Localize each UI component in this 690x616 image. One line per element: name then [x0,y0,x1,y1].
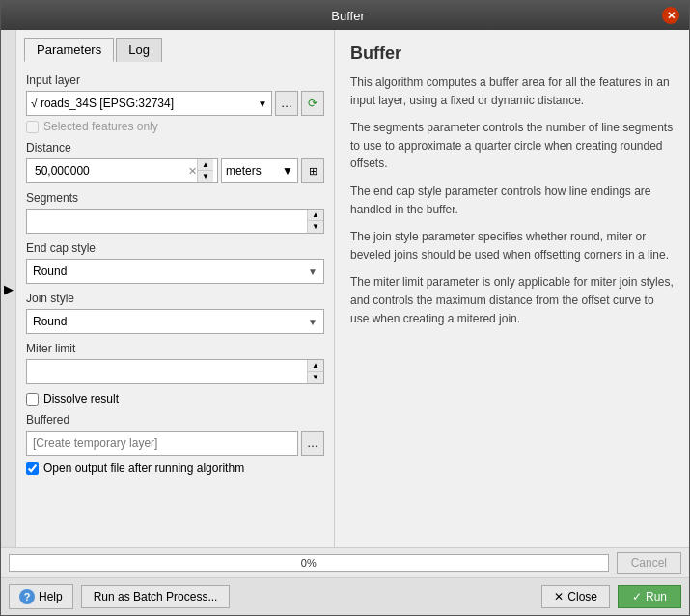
close-button[interactable]: ✕ Close [541,585,610,608]
selected-features-row: Selected features only [26,120,324,133]
open-output-row: Open output file after running algorithm [26,462,324,475]
unit-value: meters [226,164,262,178]
distance-spin-up[interactable]: ▲ [198,159,213,171]
title-bar: Buffer ✕ [1,1,689,30]
distance-input-container: ✕ ▲ ▼ [26,158,218,183]
dissolve-result-label: Dissolve result [43,392,119,406]
close-button-label: Close [567,590,597,603]
unit-select[interactable]: meters ▼ [221,158,298,183]
tab-parameters[interactable]: Parameters [24,38,114,62]
join-style-arrow-icon: ▼ [308,317,317,327]
progress-label: 0% [301,557,317,569]
miter-limit-spin-up[interactable]: ▲ [308,360,323,372]
distance-input[interactable] [31,162,188,180]
end-cap-style-dropdown[interactable]: Round ▼ [26,259,324,284]
buffered-input[interactable] [26,431,298,456]
tab-log[interactable]: Log [116,38,162,62]
input-layer-select[interactable]: √ roads_34S [EPSG:32734] ▼ [26,91,272,116]
miter-limit-label: Miter limit [26,342,324,355]
segments-spin-down[interactable]: ▼ [308,221,323,233]
segments-spinbox-arrows: ▲ ▼ [307,210,323,233]
content-area: ▶ Parameters Log Input layer √ roads_34S… [1,30,689,547]
miter-limit-arrows: ▲ ▼ [307,360,323,383]
distance-spinbox-arrows: ▲ ▼ [197,159,213,182]
help-paragraph-1: This algorithm computes a buffer area fo… [350,73,674,109]
help-icon: ? [19,589,35,604]
segments-spin-up[interactable]: ▲ [308,210,323,221]
help-button-label: Help [39,590,63,603]
window-close-button[interactable]: ✕ [662,7,679,24]
layer-select-arrow-icon: ▼ [258,98,267,109]
parameters-panel: Input layer √ roads_34S [EPSG:32734] ▼ …… [16,62,334,547]
distance-expression-button[interactable]: ⊞ [301,158,324,183]
help-button[interactable]: ? Help [9,584,73,609]
distance-row: ✕ ▲ ▼ meters ▼ ⊞ [26,158,324,183]
distance-spin-down[interactable]: ▼ [198,171,213,182]
selected-features-checkbox[interactable] [26,121,39,133]
tab-bar: Parameters Log [16,30,334,62]
cancel-button[interactable]: Cancel [617,552,681,574]
run-checkmark-icon: ✓ [632,590,642,603]
dialog-window: Buffer ✕ ▶ Parameters Log Input layer √ … [0,0,690,616]
end-cap-style-label: End cap style [26,241,324,255]
bottom-bar: ? Help Run as Batch Process... ✕ Close ✓… [1,577,689,615]
help-panel: Buffer This algorithm computes a buffer … [335,30,689,547]
join-style-value: Round [33,315,67,328]
input-layer-value: √ roads_34S [EPSG:32734] [31,97,174,110]
miter-limit-spin-down[interactable]: ▼ [308,372,323,383]
help-paragraph-5: The miter limit parameter is only applic… [350,273,674,327]
buffered-row: … [26,431,324,456]
batch-process-button[interactable]: Run as Batch Process... [81,585,231,608]
chevron-right-icon: ▶ [4,282,14,296]
open-output-checkbox[interactable] [26,462,39,475]
dialog-title: Buffer [34,9,662,23]
open-output-label: Open output file after running algorithm [43,462,244,475]
help-paragraph-2: The segments parameter controls the numb… [350,119,674,173]
join-style-dropdown[interactable]: Round ▼ [26,309,324,334]
segments-spinbox: 5 ▲ ▼ [26,209,324,234]
distance-label: Distance [26,141,324,154]
collapse-panel-button[interactable]: ▶ [1,30,16,547]
help-paragraph-3: The end cap style parameter controls how… [350,182,674,218]
segments-label: Segments [26,191,324,205]
miter-limit-spinbox: 2,000000 ▲ ▼ [26,359,324,384]
help-paragraph-4: The join style parameter specifies wheth… [350,228,674,264]
dissolve-result-row: Dissolve result [26,392,324,406]
layer-select-feature-button[interactable]: ⟳ [301,91,324,116]
help-title: Buffer [350,43,674,64]
distance-clear-icon[interactable]: ✕ [188,165,197,178]
progress-bar-container: 0% [9,554,609,572]
join-style-label: Join style [26,292,324,305]
run-button[interactable]: ✓ Run [618,585,681,608]
buffered-label: Buffered [26,413,324,427]
input-layer-label: Input layer [26,73,324,87]
layer-options-button[interactable]: … [275,91,298,116]
end-cap-style-value: Round [33,265,67,278]
expression-icon: ⊞ [309,165,317,178]
progress-row: 0% Cancel [1,547,689,577]
input-layer-row: √ roads_34S [EPSG:32734] ▼ … ⟳ [26,91,324,116]
close-x-icon: ✕ [554,590,564,603]
segments-input[interactable]: 5 [27,210,307,233]
run-button-label: Run [646,590,667,603]
left-panel: Parameters Log Input layer √ roads_34S [… [16,30,335,547]
dissolve-result-checkbox[interactable] [26,393,39,406]
unit-arrow-icon: ▼ [282,164,293,178]
miter-limit-input[interactable]: 2,000000 [27,360,307,383]
end-cap-style-arrow-icon: ▼ [308,266,317,277]
selected-features-label: Selected features only [43,120,158,133]
buffered-options-button[interactable]: … [301,431,324,456]
